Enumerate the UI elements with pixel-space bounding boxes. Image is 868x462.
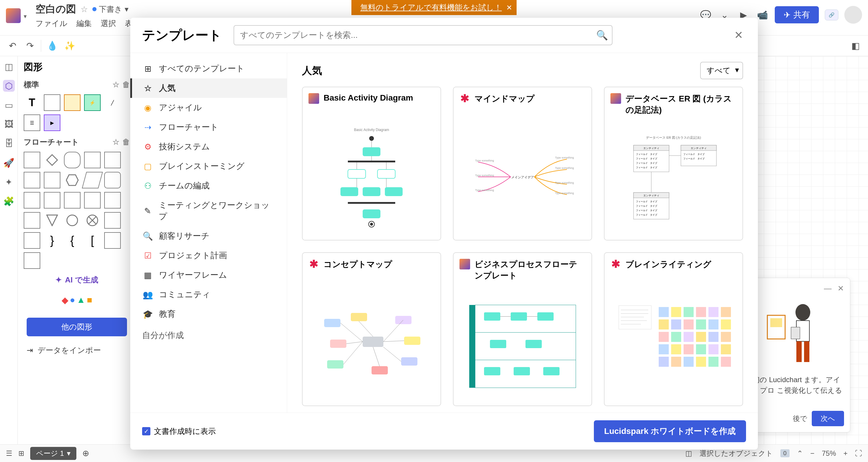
- trial-banner[interactable]: 無料のトライアルで有料機能をお試し！ ✕: [351, 0, 517, 15]
- puzzle-icon[interactable]: 🧩: [3, 195, 15, 207]
- data-icon[interactable]: 🗄: [3, 137, 15, 150]
- fc-brace-r[interactable]: }: [44, 232, 60, 249]
- star-icon[interactable]: ☆: [113, 137, 119, 147]
- section-flowchart-header[interactable]: フローチャート ☆🗑: [24, 137, 130, 147]
- menu-select[interactable]: 選択: [101, 18, 116, 29]
- fc-brace-l[interactable]: {: [64, 232, 81, 249]
- document-title[interactable]: 空白の図: [35, 2, 76, 16]
- undo-icon[interactable]: ↶: [6, 39, 19, 52]
- zoom-in-icon[interactable]: +: [843, 449, 847, 458]
- fc-internal[interactable]: [44, 192, 60, 208]
- trash-icon[interactable]: 🗑: [122, 137, 130, 147]
- link-icon[interactable]: 🔗: [825, 9, 838, 21]
- template-card-bpmn[interactable]: ビジネスプロセスフローテンプレート: [453, 252, 592, 406]
- layout-icon[interactable]: ◫: [3, 61, 15, 72]
- add-page-icon[interactable]: ⊕: [82, 449, 89, 458]
- template-card-concept-map[interactable]: ✱ コンセプトマップ: [302, 252, 441, 406]
- sidebar-item-agile[interactable]: ◉アジャイル: [130, 98, 287, 118]
- fc-db[interactable]: [104, 172, 121, 189]
- fc-hexagon[interactable]: [64, 172, 81, 189]
- magic-icon[interactable]: ✨: [63, 39, 76, 52]
- sparkle-icon[interactable]: ✦: [3, 176, 15, 188]
- template-card-activity-diagram[interactable]: Basic Activity Diagram Basic Activity Di…: [302, 87, 441, 240]
- text-shape[interactable]: T: [24, 94, 40, 111]
- fc-doc[interactable]: [104, 152, 121, 168]
- section-standard-header[interactable]: 標準 ☆🗑: [24, 79, 130, 90]
- fc-junction[interactable]: [84, 212, 101, 229]
- lucidspark-create-button[interactable]: Lucidspark ホワイトボードを作成: [594, 420, 746, 442]
- sidebar-item-project[interactable]: ☑プロジェクト計画: [130, 246, 287, 265]
- sidebar-item-technical[interactable]: ⚙技術システム: [130, 137, 287, 157]
- sidebar-item-all-templates[interactable]: ⊞すべてのテンプレート: [130, 59, 287, 78]
- later-button[interactable]: 後で: [793, 414, 807, 423]
- panels-icon[interactable]: ◧: [849, 39, 862, 52]
- fc-bracket[interactable]: [: [84, 232, 101, 249]
- fc-tape[interactable]: [64, 192, 81, 208]
- other-shapes-button[interactable]: 他の図形: [27, 318, 127, 336]
- avatar[interactable]: [844, 6, 862, 24]
- star-icon[interactable]: ☆: [81, 4, 88, 14]
- fc-delay[interactable]: [104, 192, 121, 208]
- list-icon[interactable]: ☰: [6, 449, 12, 458]
- redo-icon[interactable]: ↷: [23, 39, 36, 52]
- draft-status[interactable]: 下書き ▾: [92, 4, 128, 14]
- chevron-down-icon[interactable]: ▾: [24, 13, 27, 20]
- show-on-create-checkbox[interactable]: ✓ 文書作成時に表示: [142, 426, 216, 436]
- sidebar-item-flowchart[interactable]: ⇢フローチャート: [130, 118, 287, 137]
- fc-manual[interactable]: [84, 192, 101, 208]
- fc-circle[interactable]: [64, 212, 81, 229]
- star-icon[interactable]: ☆: [113, 80, 119, 89]
- sidebar-item-community[interactable]: 👥コミュニティ: [130, 285, 287, 304]
- import-data-button[interactable]: ⇥ データをインポー: [24, 341, 130, 360]
- paint-icon[interactable]: 💧: [45, 39, 59, 52]
- fullscreen-icon[interactable]: ⛶: [855, 449, 862, 458]
- fc-para[interactable]: [82, 172, 103, 189]
- sidebar-item-meeting[interactable]: ✎ミーティングとワークショップ: [130, 196, 287, 226]
- fc-diamond[interactable]: [44, 152, 60, 168]
- zoom-level[interactable]: 75%: [822, 449, 836, 458]
- shapes-icon[interactable]: ⬡: [3, 80, 15, 92]
- zoom-out-icon[interactable]: −: [810, 449, 814, 458]
- fc-card[interactable]: [44, 172, 60, 189]
- fc-rect[interactable]: [24, 152, 40, 168]
- chevron-up-icon[interactable]: ⌃: [797, 449, 803, 458]
- app-logo[interactable]: [6, 8, 21, 23]
- line-shape[interactable]: ╱: [104, 94, 121, 111]
- sidebar-item-brainstorm[interactable]: ▢ブレインストーミング: [130, 157, 287, 176]
- fc-predef[interactable]: [84, 152, 101, 168]
- list-shape[interactable]: ☰: [24, 114, 40, 131]
- container-icon[interactable]: ▭: [3, 99, 15, 111]
- page-selector[interactable]: ページ 1 ▾: [30, 447, 76, 460]
- minimize-icon[interactable]: —: [824, 284, 832, 293]
- template-card-brainwriting[interactable]: ✱ ブレインライティング: [604, 252, 743, 406]
- sidebar-item-education[interactable]: 🎓教育: [130, 304, 287, 324]
- ai-generate-button[interactable]: ✦ AI で生成: [24, 275, 130, 285]
- layers-icon[interactable]: ◫: [685, 449, 692, 458]
- close-icon[interactable]: ✕: [506, 4, 512, 12]
- search-icon[interactable]: 🔍: [596, 30, 608, 41]
- fc-stored[interactable]: [24, 212, 40, 229]
- fc-offpage[interactable]: [104, 212, 121, 229]
- trash-icon[interactable]: 🗑: [122, 80, 130, 89]
- image-icon[interactable]: 🖼: [3, 118, 15, 130]
- search-input[interactable]: [234, 25, 613, 45]
- share-button[interactable]: ✈ 共有: [775, 6, 819, 23]
- video-icon[interactable]: 📹: [756, 8, 769, 21]
- sidebar-item-popular[interactable]: ☆人気: [130, 78, 287, 98]
- fc-terminator[interactable]: [64, 152, 81, 168]
- menu-file[interactable]: ファイル: [35, 18, 67, 29]
- sidebar-own-created[interactable]: 自分が作成: [130, 324, 287, 347]
- fc-offpage2[interactable]: [24, 232, 40, 249]
- menu-edit[interactable]: 編集: [76, 18, 92, 29]
- fc-multi[interactable]: [24, 172, 40, 189]
- filter-dropdown[interactable]: すべて: [700, 62, 743, 79]
- template-card-mindmap[interactable]: ✱ マインドマップ メインアイデア Ty: [453, 87, 592, 240]
- rect-shape[interactable]: [44, 94, 60, 111]
- fc-tri[interactable]: [44, 212, 60, 229]
- fc-table2[interactable]: [24, 252, 40, 269]
- play-shape[interactable]: ▶: [44, 114, 60, 131]
- template-card-er-diagram[interactable]: データベース ER 図 (カラスの足記法) データベース ER 図 (カラスの足…: [604, 87, 743, 240]
- rocket-icon[interactable]: 🚀: [3, 157, 15, 169]
- fc-table1[interactable]: [104, 232, 121, 249]
- close-icon[interactable]: ✕: [838, 284, 844, 293]
